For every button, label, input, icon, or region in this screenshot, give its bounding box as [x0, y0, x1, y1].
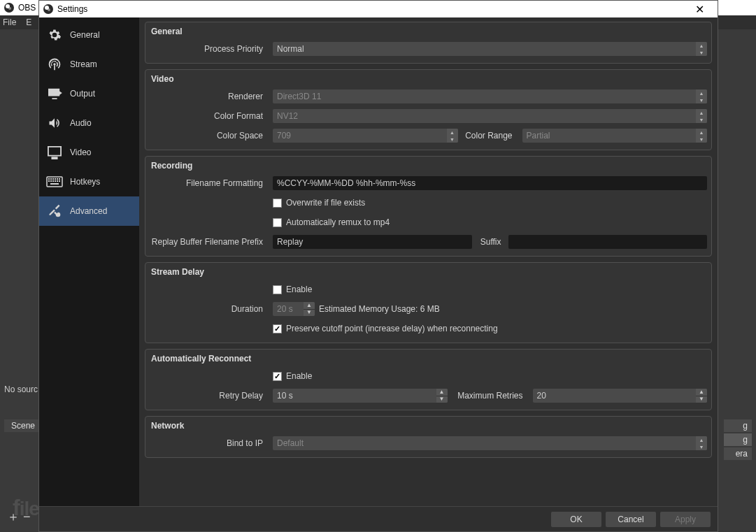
right-buttons: g g era	[724, 419, 752, 460]
sidebar-item-label: Stream	[70, 59, 97, 69]
svg-rect-8	[50, 180, 52, 182]
settings-sidebar: General Stream Output Audio Video Hotkey…	[39, 17, 139, 506]
group-title: Video	[150, 73, 707, 88]
speaker-icon	[46, 115, 63, 131]
suffix-input[interactable]	[508, 235, 708, 249]
keyboard-icon	[46, 174, 63, 189]
group-stream-delay: Stream Delay Enable Duration 20 s▲▼ Esti…	[145, 262, 712, 343]
right-btn-1[interactable]: g	[724, 433, 752, 446]
duration-label: Duration	[150, 304, 269, 314]
reconnect-enable-checkbox[interactable]: Enable	[273, 371, 312, 381]
svg-rect-3	[52, 178, 54, 180]
group-title: Recording	[150, 159, 707, 175]
scene-label[interactable]: Scene	[4, 419, 42, 432]
sidebar-item-label: Audio	[70, 118, 92, 128]
replay-prefix-input[interactable]: Replay	[273, 235, 472, 249]
sidebar-item-label: General	[70, 30, 100, 40]
process-priority-label: Process Priority	[150, 44, 269, 54]
color-range-label: Color Range	[462, 131, 518, 141]
svg-rect-12	[59, 180, 60, 182]
close-icon[interactable]: ✕	[685, 3, 713, 16]
duration-input[interactable]: 20 s▲▼	[273, 302, 315, 316]
settings-content: General Process Priority Normal▲▼ Video …	[139, 17, 718, 506]
menu-edit[interactable]: E	[26, 17, 31, 27]
bind-ip-label: Bind to IP	[150, 438, 269, 448]
max-retries-input[interactable]: 20▲▼	[533, 389, 708, 403]
retry-delay-label: Retry Delay	[150, 391, 269, 401]
color-format-combo[interactable]: NV12▲▼	[273, 109, 707, 123]
sidebar-item-general[interactable]: General	[39, 20, 139, 50]
output-icon	[46, 86, 63, 101]
group-title: General	[150, 25, 707, 41]
renderer-combo[interactable]: Direct3D 11▲▼	[273, 89, 707, 103]
stream-delay-enable-checkbox[interactable]: Enable	[273, 285, 312, 294]
settings-footer: OK Cancel Apply	[39, 506, 718, 531]
overwrite-checkbox[interactable]: Overwrite if file exists	[273, 198, 365, 208]
group-video: Video Renderer Direct3D 11▲▼ Color Forma…	[145, 69, 712, 150]
right-btn-2[interactable]: era	[724, 447, 752, 460]
group-auto-reconnect: Automatically Reconnect Enable Retry Del…	[145, 349, 712, 410]
color-format-label: Color Format	[150, 111, 269, 121]
sidebar-item-audio[interactable]: Audio	[39, 108, 139, 138]
sidebar-item-output[interactable]: Output	[39, 79, 139, 108]
max-retries-label: Maximum Retries	[452, 391, 529, 401]
main-title: OBS	[18, 3, 36, 13]
apply-button[interactable]: Apply	[660, 512, 711, 527]
svg-rect-11	[57, 180, 58, 182]
sidebar-item-label: Output	[70, 89, 95, 99]
group-recording: Recording Filename Formatting %CCYY-%MM-…	[145, 156, 712, 257]
sidebar-item-label: Hotkeys	[70, 177, 100, 187]
ok-button[interactable]: OK	[551, 512, 601, 527]
svg-rect-7	[48, 180, 50, 182]
svg-rect-4	[55, 178, 56, 180]
color-space-combo[interactable]: 709▲▼	[273, 129, 458, 143]
sidebar-item-label: Video	[70, 148, 91, 157]
svg-rect-13	[50, 183, 59, 185]
settings-dialog: Settings ✕ General Stream Output Audio	[38, 0, 718, 532]
svg-rect-10	[55, 180, 56, 182]
color-range-combo[interactable]: Partial▲▼	[522, 129, 708, 143]
tools-icon	[46, 203, 63, 219]
menu-file[interactable]: File	[3, 17, 16, 27]
svg-rect-1	[48, 178, 50, 180]
group-title: Automatically Reconnect	[150, 352, 707, 368]
filename-formatting-input[interactable]: %CCYY-%MM-%DD %hh-%mm-%ss	[273, 176, 707, 190]
group-title: Stream Delay	[150, 266, 707, 281]
sidebar-item-video[interactable]: Video	[39, 138, 139, 167]
sidebar-item-stream[interactable]: Stream	[39, 50, 139, 79]
group-title: Network	[150, 419, 707, 435]
svg-rect-6	[59, 178, 60, 180]
settings-titlebar: Settings ✕	[39, 1, 718, 17]
no-sources-label: No sourc	[4, 384, 38, 394]
renderer-label: Renderer	[150, 92, 269, 101]
right-btn-0[interactable]: g	[724, 419, 752, 432]
svg-rect-9	[52, 180, 54, 182]
suffix-label: Suffix	[476, 237, 504, 247]
filename-formatting-label: Filename Formatting	[150, 178, 269, 188]
estimated-memory-label: Estimated Memory Usage: 6 MB	[319, 304, 440, 314]
bind-ip-combo[interactable]: Default▲▼	[273, 436, 707, 450]
cancel-button[interactable]: Cancel	[606, 512, 656, 527]
antenna-icon	[46, 57, 63, 72]
settings-title: Settings	[57, 4, 87, 14]
color-space-label: Color Space	[150, 131, 269, 141]
sidebar-item-advanced[interactable]: Advanced	[39, 196, 139, 226]
retry-delay-input[interactable]: 10 s▲▼	[273, 389, 448, 403]
svg-rect-5	[57, 178, 58, 180]
gear-icon	[46, 27, 63, 43]
process-priority-combo[interactable]: Normal▲▼	[273, 42, 707, 56]
obs-icon	[4, 3, 14, 13]
group-network: Network Bind to IP Default▲▼	[145, 416, 712, 458]
svg-rect-2	[50, 178, 52, 180]
group-general: General Process Priority Normal▲▼	[145, 22, 712, 64]
monitor-icon	[46, 145, 63, 160]
sidebar-item-hotkeys[interactable]: Hotkeys	[39, 167, 139, 196]
obs-icon	[43, 4, 53, 14]
sidebar-item-label: Advanced	[70, 206, 107, 216]
remux-checkbox[interactable]: Automatically remux to mp4	[273, 217, 390, 227]
replay-prefix-label: Replay Buffer Filename Prefix	[150, 237, 269, 247]
preserve-cutoff-checkbox[interactable]: Preserve cutoff point (increase delay) w…	[273, 324, 498, 333]
